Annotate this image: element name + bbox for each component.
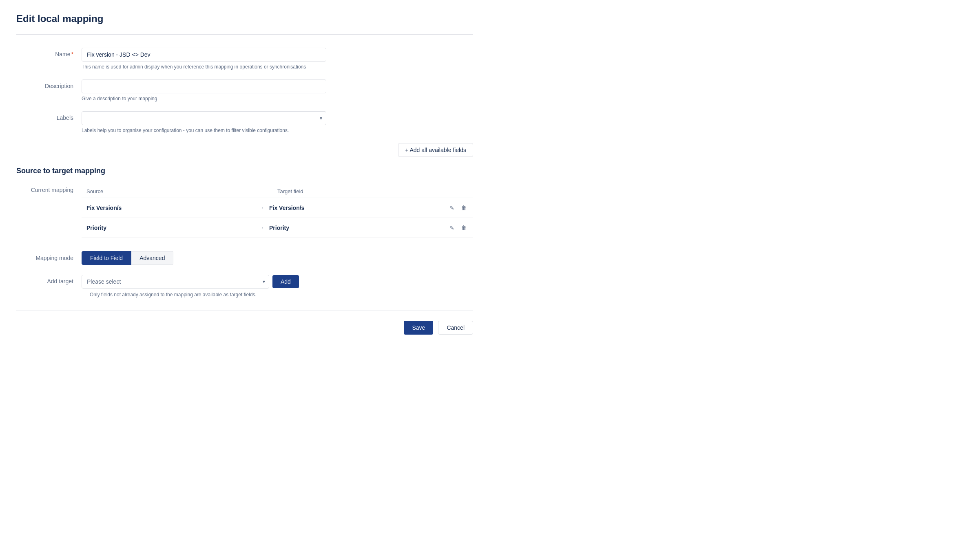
description-input[interactable] (82, 79, 326, 93)
target-column-header: Target field (277, 188, 468, 194)
save-button[interactable]: Save (404, 321, 433, 335)
page-title: Edit local mapping (16, 13, 473, 24)
table-row: Priority → Priority ✎ 🗑 (82, 218, 473, 238)
title-divider (16, 34, 473, 35)
required-indicator: * (71, 51, 73, 57)
add-target-button[interactable]: Add (272, 275, 299, 288)
advanced-button[interactable]: Advanced (131, 251, 173, 265)
labels-field-container: ▾ Labels help you to organise your confi… (82, 111, 326, 133)
current-mapping-section: Current mapping Source Target field Fix … (16, 185, 473, 238)
description-hint: Give a description to your mapping (82, 96, 326, 101)
mapping-table-container: Source Target field Fix Version/s → Fix … (82, 185, 473, 238)
current-mapping-label: Current mapping (16, 185, 82, 193)
delete-mapping-button[interactable]: 🗑 (459, 203, 468, 213)
edit-mapping-button[interactable]: ✎ (448, 223, 456, 233)
mapping-mode-buttons: Field to Field Advanced (82, 251, 173, 265)
field-to-field-button[interactable]: Field to Field (82, 251, 131, 265)
labels-select-wrapper: ▾ (82, 111, 326, 125)
name-hint: This name is used for admin display when… (82, 64, 326, 70)
mapping-table-header: Source Target field (82, 185, 473, 198)
source-field-name: Priority (86, 225, 253, 231)
row-actions: ✎ 🗑 (436, 203, 468, 213)
labels-select[interactable] (82, 111, 326, 125)
target-field-name: Priority (269, 225, 436, 231)
arrow-right-icon: → (253, 204, 269, 212)
table-row: Fix Version/s → Fix Version/s ✎ 🗑 (82, 198, 473, 218)
footer-actions: Save Cancel (16, 321, 473, 348)
name-label: Name* (16, 48, 82, 57)
add-all-container: + Add all available fields (16, 143, 473, 163)
add-target-controls: Please select ▾ Add (82, 275, 473, 289)
add-target-hint: Only fields not already assigned to the … (90, 292, 473, 298)
add-target-select[interactable]: Please select (82, 275, 269, 289)
add-target-select-wrapper: Please select ▾ (82, 275, 269, 289)
cancel-button[interactable]: Cancel (438, 321, 473, 335)
labels-label: Labels (16, 111, 82, 121)
row-actions: ✎ 🗑 (436, 223, 468, 233)
name-form-row: Name* This name is used for admin displa… (16, 48, 473, 70)
name-field-container: This name is used for admin display when… (82, 48, 326, 70)
edit-mapping-button[interactable]: ✎ (448, 203, 456, 213)
description-field-container: Give a description to your mapping (82, 79, 326, 101)
target-field-name: Fix Version/s (269, 205, 436, 211)
footer-divider (16, 311, 473, 311)
name-input[interactable] (82, 48, 326, 62)
add-all-available-fields-button[interactable]: + Add all available fields (398, 143, 473, 157)
source-field-name: Fix Version/s (86, 205, 253, 211)
source-column-header: Source (86, 188, 277, 194)
add-target-section: Add target Please select ▾ Add (16, 275, 473, 289)
arrow-right-icon: → (253, 224, 269, 231)
source-to-target-section: Source to target mapping Current mapping… (16, 167, 473, 238)
delete-mapping-button[interactable]: 🗑 (459, 223, 468, 233)
description-form-row: Description Give a description to your m… (16, 79, 473, 101)
source-to-target-title: Source to target mapping (16, 167, 473, 175)
mapping-mode-label: Mapping mode (16, 255, 82, 261)
labels-hint: Labels help you to organise your configu… (82, 128, 326, 133)
labels-form-row: Labels ▾ Labels help you to organise you… (16, 111, 473, 133)
description-label: Description (16, 79, 82, 89)
mapping-mode-section: Mapping mode Field to Field Advanced (16, 251, 473, 265)
add-target-label: Add target (16, 275, 82, 284)
